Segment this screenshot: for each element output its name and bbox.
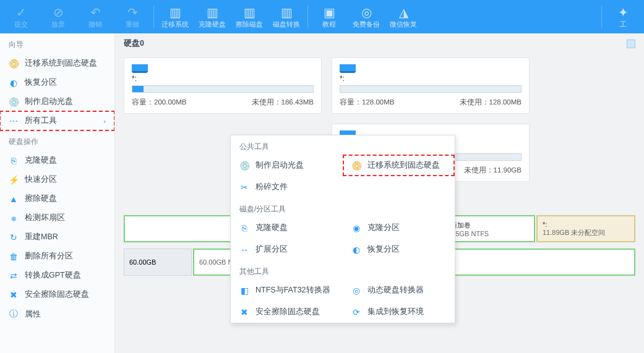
sidebar-item[interactable]: 🗑删除所有分区: [0, 247, 114, 266]
discard-button[interactable]: ⊘放弃: [40, 0, 77, 33]
popup-item-icon: ⟳: [351, 307, 361, 317]
sidebar-item-icon: 🗑: [9, 252, 19, 262]
partition-card-1[interactable]: *: 容量：128.00MB 未使用：128.00MB: [332, 57, 530, 114]
sidebar-item[interactable]: ⋯所有工具›: [0, 111, 114, 130]
popup-item[interactable]: 💿制作启动光盘: [231, 155, 343, 176]
popup-item[interactable]: ◧NTFS与FAT32转换器: [231, 279, 343, 301]
partition-name: *:: [132, 74, 314, 83]
sidebar-item-icon: ◐: [9, 78, 19, 88]
popup-item[interactable]: ✖安全擦除固态硬盘: [231, 301, 343, 323]
undo-button[interactable]: ↶撤销: [77, 0, 114, 33]
sidebar-item[interactable]: ⚡快速分区: [0, 170, 114, 189]
sidebar-item-label: 转换成GPT硬盘: [25, 270, 81, 281]
popup-item-label: 恢复分区: [367, 244, 400, 255]
popup-item-label: 制作启动光盘: [255, 160, 304, 171]
popup-item[interactable]: ⎘克隆硬盘: [231, 217, 343, 239]
redo-icon: ↷: [127, 5, 138, 20]
top-toolbar: ✓提交 ⊘放弃 ↶撤销 ↷重做 ▥迁移系统 ▥克隆硬盘 ▥擦除磁盘 ▥磁盘转换 …: [0, 0, 644, 33]
disk-convert-icon: ▥: [281, 5, 293, 20]
popup-item-icon: 💿: [239, 161, 249, 171]
popup-item[interactable]: ⟳集成到恢复环境: [343, 301, 455, 323]
check-icon: ✓: [16, 5, 27, 20]
sidebar-item-label: 安全擦除固态硬盘: [25, 289, 89, 300]
disk-wipe-icon: ▥: [244, 5, 255, 20]
partition-card-0[interactable]: *: 容量：200.00MB 未使用：186.43MB: [124, 57, 322, 114]
freebackup-button[interactable]: ◎免费备份: [348, 0, 385, 33]
sidebar-item[interactable]: ◐恢复分区: [0, 73, 114, 92]
sidebar-item[interactable]: ↻重建MBR: [0, 228, 114, 247]
disk-clone-icon: ▥: [207, 5, 218, 20]
map-segment-unalloc[interactable]: *: 11.89GB 未分配空间: [536, 215, 635, 242]
sidebar-item[interactable]: ⎘克隆硬盘: [0, 151, 114, 170]
sidebar-item-icon: ⚡: [9, 175, 19, 185]
popup-item[interactable]: ◉克隆分区: [343, 217, 455, 239]
undo-icon: ↶: [90, 5, 101, 20]
wechat-button[interactable]: ◮微信恢复: [385, 0, 422, 33]
sidebar-item[interactable]: ✖安全擦除固态硬盘: [0, 285, 114, 304]
book-icon: ▣: [324, 5, 335, 20]
sidebar-item-icon: ⋯: [9, 116, 19, 126]
popup-item-icon: ↔: [239, 245, 249, 255]
usage-bar: [340, 85, 522, 93]
main-area: 硬盘0 *: 容量：200.00MB 未使用：186.43MB *: 容量：12…: [115, 33, 644, 353]
sidebar-item[interactable]: 📀迁移系统到固态硬盘: [0, 54, 114, 73]
popup-item[interactable]: 📀迁移系统到固态硬盘: [343, 155, 455, 176]
main-header: 硬盘0: [115, 33, 644, 53]
usage-bar: [132, 85, 314, 93]
popup-item-icon: ◉: [351, 223, 361, 233]
sidebar-item-label: 检测坏扇区: [25, 213, 65, 223]
disk-icon: [132, 64, 148, 73]
convert-button[interactable]: ▥磁盘转换: [268, 0, 305, 33]
sidebar-item-label: 删除所有分区: [25, 251, 73, 262]
popup-item-label: 克隆分区: [367, 223, 400, 233]
sidebar: 向导 📀迁移系统到固态硬盘◐恢复分区💿制作启动光盘⋯所有工具› 硬盘操作 ⎘克隆…: [0, 33, 115, 353]
sidebar-item-label: 迁移系统到固态硬盘: [25, 58, 97, 69]
wipe-button[interactable]: ▥擦除磁盘: [231, 0, 268, 33]
popup-section-public: 公共工具: [231, 135, 455, 155]
sidebar-item-icon: ▲: [9, 194, 19, 204]
disk-title: 硬盘0: [124, 38, 144, 49]
clone-button[interactable]: ▥克隆硬盘: [194, 0, 231, 33]
sidebar-item[interactable]: ⇄转换成GPT硬盘: [0, 266, 114, 285]
tutorial-button[interactable]: ▣教程: [311, 0, 348, 33]
sidebar-item-label: 恢复分区: [25, 77, 57, 88]
sidebar-item-label: 重建MBR: [25, 232, 58, 242]
sidebar-item-icon: ✖: [9, 290, 19, 300]
submit-button[interactable]: ✓提交: [2, 0, 40, 33]
popup-item-label: 动态硬盘转换器: [367, 285, 424, 296]
sidebar-item-label: 所有工具: [25, 116, 57, 126]
popup-item-label: 安全擦除固态硬盘: [255, 307, 320, 317]
sidebar-item[interactable]: ⎈检测坏扇区: [0, 208, 114, 228]
popup-item[interactable]: ↔扩展分区: [231, 239, 343, 260]
disk-label[interactable]: 60.00GB: [124, 249, 192, 276]
all-tools-popup: 公共工具 💿制作启动光盘📀迁移系统到固态硬盘✂粉碎文件 磁盘/分区工具 ⎘克隆硬…: [230, 135, 455, 323]
sidebar-item[interactable]: ▲擦除硬盘: [0, 189, 114, 208]
popup-item-icon: ◧: [239, 286, 249, 296]
migrate-button[interactable]: ▥迁移系统: [157, 0, 194, 33]
popup-item-icon: ◐: [351, 245, 361, 255]
wechat-icon: ◮: [399, 5, 408, 20]
popup-item-icon: ◎: [351, 286, 361, 296]
disk-icon: [340, 64, 356, 73]
popup-item[interactable]: ◐恢复分区: [343, 239, 455, 260]
redo-button[interactable]: ↷重做: [114, 0, 151, 33]
popup-item-label: 集成到恢复环境: [367, 307, 424, 317]
sidebar-head-wizard: 向导: [0, 33, 114, 54]
sidebar-item-icon: ⓘ: [9, 308, 19, 320]
partition-name: *:: [340, 74, 522, 83]
sidebar-item-label: 属性: [25, 309, 41, 320]
popup-item[interactable]: ✂粉碎文件: [231, 176, 343, 198]
chevron-right-icon: ›: [103, 117, 106, 125]
sidebar-item-icon: ↻: [9, 232, 19, 242]
popup-item-label: NTFS与FAT32转换器: [255, 285, 330, 296]
view-toggle-icon[interactable]: [627, 40, 635, 48]
popup-section-other: 其他工具: [231, 260, 455, 279]
hammer-icon: ✦: [618, 5, 629, 20]
popup-item[interactable]: ◎动态硬盘转换器: [343, 279, 455, 301]
tools-right-button[interactable]: ✦工: [604, 0, 642, 33]
close-icon: ⊘: [53, 5, 64, 20]
sidebar-item[interactable]: ⓘ属性: [0, 304, 114, 324]
sidebar-item[interactable]: 💿制作启动光盘: [0, 92, 114, 111]
sidebar-item-icon: 💿: [9, 97, 19, 107]
popup-item-label: 粉碎文件: [255, 182, 288, 192]
